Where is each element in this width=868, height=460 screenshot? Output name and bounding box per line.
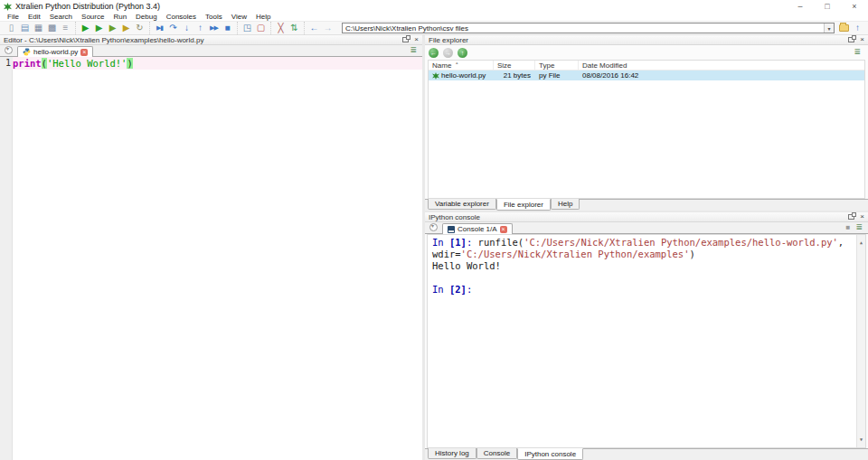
menu-edit[interactable]: Edit xyxy=(24,13,45,21)
close-button[interactable]: × xyxy=(841,0,868,13)
menu-view[interactable]: View xyxy=(227,13,251,21)
close-pane-icon[interactable]: × xyxy=(414,36,419,43)
parent-directory-icon[interactable]: ↑ xyxy=(851,22,864,34)
tab-help[interactable]: Help xyxy=(551,199,580,210)
console-tab-strip: History logConsoleIPython console xyxy=(425,448,868,460)
working-directory-combobox[interactable]: C:\Users\Nick\Xtralien Python\csv files … xyxy=(342,23,835,33)
run-cell-advance-icon[interactable]: ▶ xyxy=(106,22,119,34)
run-file-icon[interactable]: ▶ xyxy=(79,22,92,34)
editor-pane-title: Editor - C:\Users\Nick\Xtralien Python\e… xyxy=(4,36,402,44)
scrollbar[interactable]: ▲ ▼ xyxy=(856,235,865,447)
step-return-icon[interactable]: ↑ xyxy=(193,22,207,34)
undock-icon[interactable] xyxy=(402,37,409,42)
editor-tab[interactable]: hello-world.py × xyxy=(17,46,93,57)
working-directory-value: C:\Users\Nick\Xtralien Python\csv files xyxy=(343,24,824,33)
right-column: File explorer × ←→↑ ≣ ▴ NameSizeTypeDate… xyxy=(425,35,868,460)
console-output[interactable]: In [1]: runfile('C:/Users/Nick/Xtralien … xyxy=(427,234,866,448)
table-row[interactable]: hello-world.py 21 bytes py File 08/08/20… xyxy=(429,70,864,80)
maximize-pane-icon[interactable]: ◳ xyxy=(241,22,254,34)
maximize-button[interactable]: □ xyxy=(814,0,841,13)
chevron-down-icon[interactable]: ▾ xyxy=(824,23,834,33)
column-header-date-modified[interactable]: Date Modified xyxy=(579,61,864,70)
python-file-icon xyxy=(432,72,439,80)
menu-debug[interactable]: Debug xyxy=(131,13,162,21)
forward-icon[interactable]: → xyxy=(321,22,335,34)
app-icon xyxy=(4,3,12,11)
menu-source[interactable]: Source xyxy=(77,13,108,21)
console-segment: : xyxy=(467,237,478,248)
interrupt-kernel-icon[interactable]: ■ xyxy=(846,223,851,231)
run-custom-config-icon[interactable]: ▶ xyxy=(119,22,133,34)
save-all-icon[interactable]: ▩ xyxy=(45,22,59,34)
tab-history-log[interactable]: History log xyxy=(428,448,476,459)
undock-icon[interactable] xyxy=(848,37,854,42)
console-options-icon[interactable]: ≣ xyxy=(855,222,863,231)
sort-ascending-icon: ▴ xyxy=(456,60,458,65)
toolbar-icon-groups: ▯▤▦▩≡▶▶▶▶↻▶▮↷↓↑▶▶■◳▢╳⇅←→ xyxy=(2,22,337,34)
scroll-down-icon[interactable]: ▼ xyxy=(860,434,863,446)
browse-tabs-icon[interactable] xyxy=(5,46,13,54)
column-header-type[interactable]: Type xyxy=(535,61,579,70)
stop-debug-icon[interactable]: ■ xyxy=(221,22,234,34)
run-cell-icon[interactable]: ▶ xyxy=(92,22,106,34)
file-date-cell: 08/08/2016 16:42 xyxy=(579,71,864,80)
undock-icon[interactable] xyxy=(848,214,854,220)
step-over-icon[interactable]: ↷ xyxy=(166,22,180,34)
close-tab-icon[interactable]: × xyxy=(500,226,507,233)
console-segment: , xyxy=(838,237,844,248)
column-header-name[interactable]: Name xyxy=(429,61,494,70)
code-line-1: 1 print('Hello World!') xyxy=(0,57,422,70)
menu-search[interactable]: Search xyxy=(45,13,77,21)
toolbar-group: ╳⇅ xyxy=(270,22,304,34)
app-window: Xtralien Python Distribution (Python 3.4… xyxy=(0,0,868,460)
close-pane-icon[interactable]: × xyxy=(860,213,864,221)
menu-consoles[interactable]: Consoles xyxy=(162,13,201,21)
debug-file-icon[interactable]: ▶▮ xyxy=(153,22,166,34)
preferences-tools-icon[interactable]: ╳ xyxy=(274,22,288,34)
back-icon[interactable]: ← xyxy=(307,22,321,34)
file-name-cell: hello-world.py xyxy=(429,71,494,80)
close-paren-token: ) xyxy=(127,58,132,69)
console-tab-bar: Console 1/A × ■ ≣ xyxy=(425,222,868,234)
step-into-icon[interactable]: ↓ xyxy=(180,22,193,34)
main-area: Editor - C:\Users\Nick\Xtralien Python\e… xyxy=(0,35,868,460)
tab-console[interactable]: Console xyxy=(476,448,517,459)
open-file-icon[interactable]: ▤ xyxy=(18,22,32,34)
tab-file-explorer[interactable]: File explorer xyxy=(496,199,551,211)
toolbar-group: ▶▶▶▶↻ xyxy=(75,22,149,34)
minimize-button[interactable]: – xyxy=(787,0,814,13)
code-editor[interactable]: 1 print('Hello World!') xyxy=(0,57,422,460)
fullscreen-mode-icon[interactable]: ▢ xyxy=(254,22,268,34)
close-tab-icon[interactable]: × xyxy=(80,49,88,56)
browse-tabs-icon[interactable] xyxy=(429,223,438,231)
menu-run[interactable]: Run xyxy=(108,13,131,21)
re-run-script-icon[interactable]: ↻ xyxy=(133,22,146,34)
close-pane-icon[interactable]: × xyxy=(860,36,864,43)
debug-continue-icon[interactable]: ▶▶ xyxy=(207,22,221,34)
menu-tools[interactable]: Tools xyxy=(201,13,227,21)
tab-ipython-console[interactable]: IPython console xyxy=(517,448,583,460)
parent-directory-icon[interactable]: ↑ xyxy=(458,48,467,58)
browse-working-directory-icon[interactable] xyxy=(839,24,849,32)
console-segment: In xyxy=(432,237,449,248)
file-explorer-pane: File explorer × ←→↑ ≣ ▴ NameSizeTypeDate… xyxy=(425,35,868,211)
editor-tab-label: hello-world.py xyxy=(33,48,78,56)
menu-help[interactable]: Help xyxy=(251,13,275,21)
scroll-up-icon[interactable]: ▲ xyxy=(860,237,863,249)
tab-variable-explorer[interactable]: Variable explorer xyxy=(428,199,496,210)
console-tab[interactable]: Console 1/A × xyxy=(442,223,513,234)
file-explorer-options-icon[interactable]: ≣ xyxy=(854,47,861,56)
new-file-icon[interactable]: ▯ xyxy=(5,22,18,34)
next-directory-icon[interactable]: → xyxy=(443,48,453,58)
save-file-icon[interactable]: ▦ xyxy=(32,22,45,34)
file-switcher-icon[interactable]: ≡ xyxy=(59,22,72,34)
previous-directory-icon[interactable]: ← xyxy=(429,48,439,58)
column-header-size[interactable]: Size xyxy=(494,61,535,70)
editor-options-icon[interactable]: ≣ xyxy=(410,45,417,54)
ipython-icon xyxy=(448,226,455,233)
console-segment: ) xyxy=(689,249,694,259)
line-number: 1 xyxy=(0,57,13,70)
menu-file[interactable]: File xyxy=(3,13,24,21)
console-text: In [1]: runfile('C:/Users/Nick/Xtralien … xyxy=(432,237,854,296)
pythonpath-manager-icon[interactable]: ⇅ xyxy=(288,22,301,34)
